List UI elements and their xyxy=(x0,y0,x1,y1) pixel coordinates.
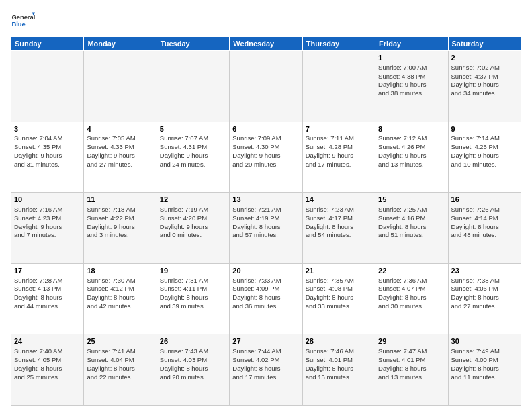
calendar-table: SundayMondayTuesdayWednesdayThursdayFrid… xyxy=(11,36,521,406)
calendar-day-cell: 14Sunrise: 7:23 AM Sunset: 4:17 PM Dayli… xyxy=(302,193,375,264)
day-of-week-header: Saturday xyxy=(448,37,521,51)
calendar-day-cell: 18Sunrise: 7:30 AM Sunset: 4:12 PM Dayli… xyxy=(84,263,157,334)
calendar-day-cell: 30Sunrise: 7:49 AM Sunset: 4:00 PM Dayli… xyxy=(448,334,521,406)
day-number: 5 xyxy=(160,124,226,134)
day-number: 28 xyxy=(306,336,372,347)
calendar-day-cell: 24Sunrise: 7:40 AM Sunset: 4:05 PM Dayli… xyxy=(11,334,84,406)
day-detail: Sunrise: 7:18 AM Sunset: 4:22 PM Dayligh… xyxy=(87,205,153,240)
day-detail: Sunrise: 7:16 AM Sunset: 4:23 PM Dayligh… xyxy=(14,205,81,240)
day-number: 24 xyxy=(14,336,81,347)
calendar-day-cell xyxy=(157,51,229,122)
svg-text:Blue: Blue xyxy=(11,21,25,28)
day-of-week-header: Wednesday xyxy=(230,37,302,51)
calendar-day-cell: 4Sunrise: 7:05 AM Sunset: 4:33 PM Daylig… xyxy=(84,122,157,193)
calendar-day-cell xyxy=(302,51,375,122)
calendar-week-row: 17Sunrise: 7:28 AM Sunset: 4:13 PM Dayli… xyxy=(11,263,521,334)
day-number: 8 xyxy=(378,124,445,134)
day-detail: Sunrise: 7:00 AM Sunset: 4:38 PM Dayligh… xyxy=(378,64,445,98)
svg-text:General: General xyxy=(11,14,35,21)
day-number: 4 xyxy=(87,124,153,134)
calendar-day-cell: 21Sunrise: 7:35 AM Sunset: 4:08 PM Dayli… xyxy=(302,263,375,334)
day-detail: Sunrise: 7:09 AM Sunset: 4:30 PM Dayligh… xyxy=(232,134,299,169)
day-detail: Sunrise: 7:07 AM Sunset: 4:31 PM Dayligh… xyxy=(160,134,226,169)
day-number: 11 xyxy=(87,195,153,205)
day-number: 16 xyxy=(451,195,518,205)
day-detail: Sunrise: 7:41 AM Sunset: 4:04 PM Dayligh… xyxy=(87,347,153,381)
calendar-day-cell: 8Sunrise: 7:12 AM Sunset: 4:26 PM Daylig… xyxy=(375,122,448,193)
day-number: 10 xyxy=(14,195,81,205)
day-detail: Sunrise: 7:38 AM Sunset: 4:06 PM Dayligh… xyxy=(451,277,518,311)
calendar-week-row: 1Sunrise: 7:00 AM Sunset: 4:38 PM Daylig… xyxy=(11,51,521,122)
day-detail: Sunrise: 7:11 AM Sunset: 4:28 PM Dayligh… xyxy=(306,134,372,169)
calendar-day-cell: 1Sunrise: 7:00 AM Sunset: 4:38 PM Daylig… xyxy=(375,51,448,122)
calendar-week-row: 10Sunrise: 7:16 AM Sunset: 4:23 PM Dayli… xyxy=(11,193,521,264)
calendar-day-cell: 19Sunrise: 7:31 AM Sunset: 4:11 PM Dayli… xyxy=(157,263,229,334)
day-detail: Sunrise: 7:35 AM Sunset: 4:08 PM Dayligh… xyxy=(306,277,372,311)
logo-svg: General Blue xyxy=(11,8,35,32)
day-number: 9 xyxy=(451,124,518,134)
day-detail: Sunrise: 7:14 AM Sunset: 4:25 PM Dayligh… xyxy=(451,134,518,169)
calendar-day-cell: 6Sunrise: 7:09 AM Sunset: 4:30 PM Daylig… xyxy=(230,122,302,193)
logo: General Blue xyxy=(11,8,35,32)
day-detail: Sunrise: 7:43 AM Sunset: 4:03 PM Dayligh… xyxy=(160,347,226,381)
calendar-day-cell: 28Sunrise: 7:46 AM Sunset: 4:01 PM Dayli… xyxy=(302,334,375,406)
day-number: 29 xyxy=(378,336,445,347)
day-number: 3 xyxy=(14,124,81,134)
calendar-day-cell: 9Sunrise: 7:14 AM Sunset: 4:25 PM Daylig… xyxy=(448,122,521,193)
header: General Blue xyxy=(11,8,521,32)
day-detail: Sunrise: 7:46 AM Sunset: 4:01 PM Dayligh… xyxy=(306,347,372,381)
calendar-day-cell: 23Sunrise: 7:38 AM Sunset: 4:06 PM Dayli… xyxy=(448,263,521,334)
calendar-day-cell: 13Sunrise: 7:21 AM Sunset: 4:19 PM Dayli… xyxy=(230,193,302,264)
calendar-day-cell xyxy=(84,51,157,122)
day-number: 18 xyxy=(87,266,153,276)
day-number: 21 xyxy=(306,266,372,276)
day-detail: Sunrise: 7:49 AM Sunset: 4:00 PM Dayligh… xyxy=(451,347,518,381)
day-number: 17 xyxy=(14,266,81,276)
calendar-day-cell: 16Sunrise: 7:26 AM Sunset: 4:14 PM Dayli… xyxy=(448,193,521,264)
day-number: 30 xyxy=(451,336,518,347)
calendar-day-cell: 15Sunrise: 7:25 AM Sunset: 4:16 PM Dayli… xyxy=(375,193,448,264)
day-number: 2 xyxy=(451,53,518,63)
calendar-day-cell: 10Sunrise: 7:16 AM Sunset: 4:23 PM Dayli… xyxy=(11,193,84,264)
day-detail: Sunrise: 7:36 AM Sunset: 4:07 PM Dayligh… xyxy=(378,277,445,311)
calendar-day-cell xyxy=(11,51,84,122)
calendar-day-cell: 25Sunrise: 7:41 AM Sunset: 4:04 PM Dayli… xyxy=(84,334,157,406)
day-detail: Sunrise: 7:40 AM Sunset: 4:05 PM Dayligh… xyxy=(14,347,81,381)
calendar-week-row: 24Sunrise: 7:40 AM Sunset: 4:05 PM Dayli… xyxy=(11,334,521,406)
calendar-day-cell: 7Sunrise: 7:11 AM Sunset: 4:28 PM Daylig… xyxy=(302,122,375,193)
day-detail: Sunrise: 7:26 AM Sunset: 4:14 PM Dayligh… xyxy=(451,205,518,240)
day-number: 14 xyxy=(306,195,372,205)
day-detail: Sunrise: 7:31 AM Sunset: 4:11 PM Dayligh… xyxy=(160,277,226,311)
day-detail: Sunrise: 7:19 AM Sunset: 4:20 PM Dayligh… xyxy=(160,205,226,240)
calendar-week-row: 3Sunrise: 7:04 AM Sunset: 4:35 PM Daylig… xyxy=(11,122,521,193)
day-number: 25 xyxy=(87,336,153,347)
day-number: 23 xyxy=(451,266,518,276)
day-detail: Sunrise: 7:21 AM Sunset: 4:19 PM Dayligh… xyxy=(232,205,299,240)
day-number: 20 xyxy=(232,266,299,276)
calendar-day-cell: 12Sunrise: 7:19 AM Sunset: 4:20 PM Dayli… xyxy=(157,193,229,264)
calendar-day-cell: 2Sunrise: 7:02 AM Sunset: 4:37 PM Daylig… xyxy=(448,51,521,122)
page: General Blue SundayMondayTuesdayWednesda… xyxy=(0,0,532,411)
day-number: 1 xyxy=(378,53,445,63)
calendar-day-cell: 11Sunrise: 7:18 AM Sunset: 4:22 PM Dayli… xyxy=(84,193,157,264)
day-of-week-header: Tuesday xyxy=(157,37,229,51)
day-number: 13 xyxy=(232,195,299,205)
calendar-day-cell: 17Sunrise: 7:28 AM Sunset: 4:13 PM Dayli… xyxy=(11,263,84,334)
day-detail: Sunrise: 7:12 AM Sunset: 4:26 PM Dayligh… xyxy=(378,134,445,169)
day-detail: Sunrise: 7:25 AM Sunset: 4:16 PM Dayligh… xyxy=(378,205,445,240)
day-detail: Sunrise: 7:44 AM Sunset: 4:02 PM Dayligh… xyxy=(232,347,299,381)
calendar-day-cell xyxy=(230,51,302,122)
calendar-header-row: SundayMondayTuesdayWednesdayThursdayFrid… xyxy=(11,37,521,51)
day-detail: Sunrise: 7:02 AM Sunset: 4:37 PM Dayligh… xyxy=(451,64,518,98)
day-of-week-header: Thursday xyxy=(302,37,375,51)
day-detail: Sunrise: 7:30 AM Sunset: 4:12 PM Dayligh… xyxy=(87,277,153,311)
day-number: 6 xyxy=(232,124,299,134)
day-of-week-header: Sunday xyxy=(11,37,84,51)
day-detail: Sunrise: 7:47 AM Sunset: 4:01 PM Dayligh… xyxy=(378,347,445,381)
calendar-day-cell: 29Sunrise: 7:47 AM Sunset: 4:01 PM Dayli… xyxy=(375,334,448,406)
calendar-day-cell: 5Sunrise: 7:07 AM Sunset: 4:31 PM Daylig… xyxy=(157,122,229,193)
day-detail: Sunrise: 7:05 AM Sunset: 4:33 PM Dayligh… xyxy=(87,134,153,169)
calendar-day-cell: 3Sunrise: 7:04 AM Sunset: 4:35 PM Daylig… xyxy=(11,122,84,193)
calendar-day-cell: 26Sunrise: 7:43 AM Sunset: 4:03 PM Dayli… xyxy=(157,334,229,406)
day-of-week-header: Monday xyxy=(84,37,157,51)
